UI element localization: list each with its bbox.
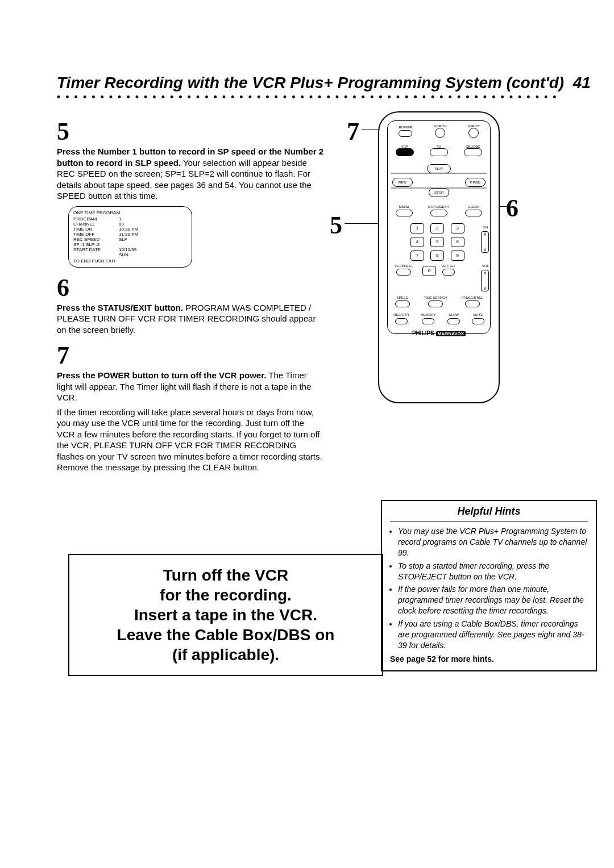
osd-row: CHANNEL09 [73, 222, 187, 227]
brand-magnavox: MAGNAVOX [436, 331, 466, 336]
hints-item: If you are using a Cable Box/DBS, timer … [398, 619, 588, 651]
osd-row: SUN. [73, 252, 187, 257]
step-7-text: Press the POWER button to turn off the V… [57, 370, 324, 473]
power-label: POWER [399, 126, 412, 129]
speed-button[interactable] [395, 301, 410, 307]
key-1[interactable]: 1 [410, 223, 424, 233]
key-4[interactable]: 4 [410, 237, 424, 247]
remote-control: POWER VCR/TV EJECT VCR [378, 111, 500, 403]
key-2[interactable]: 2 [430, 223, 444, 233]
reminder-l5: (if applicable). [75, 645, 376, 665]
step-7-bold: Press the POWER button to turn off the V… [57, 370, 266, 380]
callout-5: 5 [330, 211, 342, 240]
hints-list: You may use the VCR Plus+ Programming Sy… [390, 526, 588, 651]
manual-page: Timer Recording with the VCR Plus+ Progr… [57, 74, 557, 473]
status-exit-button[interactable] [430, 210, 447, 216]
vol-rocker[interactable]: ∧ ∨ [481, 270, 489, 291]
osd-row: TIME ON10:30 PM [73, 227, 187, 232]
page-number: 41 [573, 74, 591, 91]
step-5-number: 5 [57, 117, 324, 146]
altch-label: ALT. CH [439, 264, 458, 268]
step-7-number: 7 [57, 341, 324, 370]
step-6-text: Press the STATUS/EXIT button. PROGRAM WA… [57, 302, 324, 336]
timesearch-button[interactable] [428, 301, 443, 307]
callout-6: 6 [506, 194, 518, 223]
key-6[interactable]: 6 [451, 237, 464, 247]
brand-philips: PHILIPS [412, 330, 434, 336]
hints-item: If the power fails for more than one min… [398, 584, 588, 616]
ch-label: CH [483, 226, 488, 229]
clear-button[interactable] [465, 210, 482, 216]
vcrplus-button[interactable] [396, 269, 411, 276]
key-8[interactable]: 8 [430, 251, 444, 261]
osd-row: PROGRAM1 [73, 216, 187, 222]
altch-button[interactable] [442, 269, 455, 276]
key-0[interactable]: 0 [422, 266, 436, 276]
hints-footer: See page 52 for more hints. [390, 654, 588, 663]
power-button[interactable] [399, 130, 412, 137]
brand-row: PHILIPS MAGNAVOX [388, 330, 490, 336]
page-title: Timer Recording with the VCR Plus+ Progr… [57, 74, 557, 92]
memory-label: MEMORY [421, 313, 436, 316]
rec-label: REC/OTR [393, 313, 409, 316]
key-9[interactable]: 9 [451, 251, 464, 261]
step-6-bold: Press the STATUS/EXIT button. [57, 303, 183, 312]
chevron-down-icon: ∨ [483, 247, 487, 252]
osd-row: SP=1 SLP=2 [73, 242, 187, 247]
speed-label: SPEED [395, 296, 410, 299]
vcrtv-button[interactable] [435, 128, 445, 138]
rec-button[interactable] [395, 318, 408, 324]
step-6-number: 6 [57, 273, 324, 302]
osd-title: ONE TIME PROGRAM [73, 210, 187, 215]
reminder-l2: for the recording. [75, 585, 376, 605]
osd-row: REC SPEEDSLP [73, 237, 187, 242]
helpful-hints-box: Helpful Hints You may use the VCR Plus+ … [381, 500, 597, 671]
hints-heading: Helpful Hints [390, 506, 588, 521]
menu-button[interactable] [396, 210, 413, 216]
key-7[interactable]: 7 [410, 251, 424, 261]
timesearch-label: TIME SEARCH [424, 296, 447, 299]
osd-row: START DATE10/10/99 [73, 247, 187, 252]
step-5-text: Press the Number 1 button to record in S… [57, 146, 324, 202]
step-7-rest2: If the timer recording will take place s… [57, 407, 322, 473]
title-divider: • • • • • • • • • • • • • • • • • • • • … [57, 94, 557, 100]
mute-label: MUTE [472, 313, 484, 316]
ch-rocker[interactable]: ∧ ∨ [481, 231, 489, 253]
chevron-up-icon: ∧ [483, 270, 487, 276]
hints-item: You may use the VCR Plus+ Programming Sy… [398, 526, 588, 558]
key-3[interactable]: 3 [451, 223, 464, 233]
tab-tv[interactable] [430, 148, 448, 156]
pause-button[interactable] [465, 301, 480, 307]
vcrplus-label: VCRPLUS+ [388, 264, 420, 268]
mute-button[interactable] [472, 318, 484, 324]
status-label: STATUS/EXIT [428, 205, 450, 208]
memory-button[interactable] [422, 318, 434, 324]
reminder-box: Turn off the VCR for the recording. Inse… [68, 554, 383, 676]
osd-row: TIME OFF11:30 PM [73, 232, 187, 237]
osd-footer: TO END PUSH EXIT [73, 258, 187, 264]
clear-label: CLEAR [465, 205, 482, 208]
left-column: 5 Press the Number 1 button to record in… [57, 111, 324, 473]
slow-label: SLOW [447, 313, 460, 316]
reminder-l1: Turn off the VCR [75, 565, 376, 585]
osd-screen: ONE TIME PROGRAM PROGRAM1CHANNEL09TIME O… [68, 206, 192, 268]
reminder-l4: Leave the Cable Box/DBS on [75, 625, 376, 645]
menu-label: MENU [396, 205, 413, 208]
eject-button[interactable] [468, 128, 479, 138]
title-text: Timer Recording with the VCR Plus+ Progr… [57, 74, 564, 91]
remote-panel: POWER VCR/TV EJECT VCR [387, 120, 491, 334]
vol-label: VOL [482, 264, 489, 268]
pause-label: PAUSE/STILL [462, 296, 483, 299]
hints-item: To stop a started timer recording, press… [398, 561, 588, 582]
tab-vcr[interactable] [396, 148, 414, 156]
callout-7: 7 [347, 117, 359, 146]
reminder-l3: Insert a tape in the VCR. [75, 605, 376, 625]
key-5[interactable]: 5 [430, 237, 444, 247]
chevron-up-icon: ∧ [483, 232, 487, 237]
tab-cbl[interactable] [464, 148, 482, 156]
chevron-down-icon: ∨ [483, 286, 487, 291]
slow-button[interactable] [447, 318, 460, 324]
right-column: 7 5 6 POWER VCR/TV [324, 111, 557, 473]
